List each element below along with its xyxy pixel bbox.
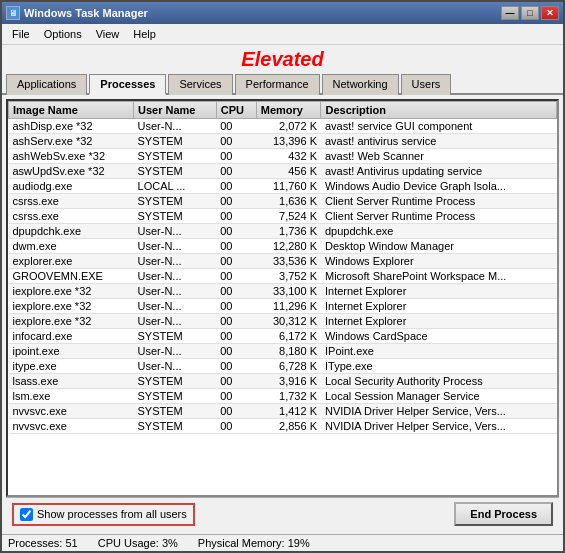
table-cell: 00 bbox=[216, 269, 256, 284]
menu-view[interactable]: View bbox=[90, 26, 126, 42]
table-cell: Windows Explorer bbox=[321, 254, 557, 269]
table-cell: ashDisp.exe *32 bbox=[9, 119, 134, 134]
tab-services[interactable]: Services bbox=[168, 74, 232, 95]
table-cell: itype.exe bbox=[9, 359, 134, 374]
table-cell: 7,524 K bbox=[256, 209, 321, 224]
maximize-button[interactable]: □ bbox=[521, 6, 539, 20]
table-cell: IType.exe bbox=[321, 359, 557, 374]
table-cell: 00 bbox=[216, 164, 256, 179]
col-description[interactable]: Description bbox=[321, 102, 557, 119]
table-row[interactable]: dpupdchk.exeUser-N...001,736 Kdpupdchk.e… bbox=[9, 224, 557, 239]
show-processes-container: Show processes from all users bbox=[12, 503, 195, 526]
table-cell: 30,312 K bbox=[256, 314, 321, 329]
table-row[interactable]: audiodg.exeLOCAL ...0011,760 KWindows Au… bbox=[9, 179, 557, 194]
table-cell: 2,856 K bbox=[256, 419, 321, 434]
table-cell: avast! Antivirus updating service bbox=[321, 164, 557, 179]
minimize-button[interactable]: — bbox=[501, 6, 519, 20]
menu-options[interactable]: Options bbox=[38, 26, 88, 42]
close-button[interactable]: ✕ bbox=[541, 6, 559, 20]
status-bar: Processes: 51 CPU Usage: 3% Physical Mem… bbox=[2, 534, 563, 551]
table-row[interactable]: nvvsvc.exeSYSTEM001,412 KNVIDIA Driver H… bbox=[9, 404, 557, 419]
table-cell: 00 bbox=[216, 374, 256, 389]
col-image-name[interactable]: Image Name bbox=[9, 102, 134, 119]
title-bar: 🖥 Windows Task Manager — □ ✕ bbox=[2, 2, 563, 24]
table-cell: 3,916 K bbox=[256, 374, 321, 389]
table-cell: SYSTEM bbox=[134, 419, 217, 434]
content-area: SevenForums.com Image Name User Name CPU… bbox=[2, 95, 563, 534]
bottom-bar: Show processes from all users End Proces… bbox=[6, 497, 559, 530]
tab-applications[interactable]: Applications bbox=[6, 74, 87, 95]
col-user-name[interactable]: User Name bbox=[134, 102, 217, 119]
table-cell: 00 bbox=[216, 119, 256, 134]
table-cell: NVIDIA Driver Helper Service, Vers... bbox=[321, 419, 557, 434]
table-cell: User-N... bbox=[134, 359, 217, 374]
table-cell: 3,752 K bbox=[256, 269, 321, 284]
table-row[interactable]: lsass.exeSYSTEM003,916 KLocal Security A… bbox=[9, 374, 557, 389]
table-row[interactable]: csrss.exeSYSTEM001,636 KClient Server Ru… bbox=[9, 194, 557, 209]
table-cell: Internet Explorer bbox=[321, 299, 557, 314]
table-row[interactable]: nvvsvc.exeSYSTEM002,856 KNVIDIA Driver H… bbox=[9, 419, 557, 434]
end-process-button[interactable]: End Process bbox=[454, 502, 553, 526]
table-cell: 00 bbox=[216, 134, 256, 149]
status-processes: Processes: 51 bbox=[8, 537, 78, 549]
table-row[interactable]: lsm.exeSYSTEM001,732 KLocal Session Mana… bbox=[9, 389, 557, 404]
table-row[interactable]: infocard.exeSYSTEM006,172 KWindows CardS… bbox=[9, 329, 557, 344]
status-cpu: CPU Usage: 3% bbox=[98, 537, 178, 549]
table-cell: LOCAL ... bbox=[134, 179, 217, 194]
table-row[interactable]: explorer.exeUser-N...0033,536 KWindows E… bbox=[9, 254, 557, 269]
table-cell: User-N... bbox=[134, 224, 217, 239]
table-row[interactable]: iexplore.exe *32User-N...0011,296 KInter… bbox=[9, 299, 557, 314]
table-cell: User-N... bbox=[134, 344, 217, 359]
table-row[interactable]: iexplore.exe *32User-N...0030,312 KInter… bbox=[9, 314, 557, 329]
table-cell: iexplore.exe *32 bbox=[9, 299, 134, 314]
table-cell: 1,412 K bbox=[256, 404, 321, 419]
table-cell: nvvsvc.exe bbox=[9, 404, 134, 419]
table-row[interactable]: csrss.exeSYSTEM007,524 KClient Server Ru… bbox=[9, 209, 557, 224]
table-cell: Internet Explorer bbox=[321, 314, 557, 329]
menu-file[interactable]: File bbox=[6, 26, 36, 42]
table-cell: 00 bbox=[216, 224, 256, 239]
table-cell: 00 bbox=[216, 404, 256, 419]
table-row[interactable]: ashDisp.exe *32User-N...002,072 Kavast! … bbox=[9, 119, 557, 134]
table-cell: User-N... bbox=[134, 284, 217, 299]
tab-users[interactable]: Users bbox=[401, 74, 452, 95]
show-processes-checkbox[interactable] bbox=[20, 508, 33, 521]
process-table-container[interactable]: Image Name User Name CPU Memory Descript… bbox=[6, 99, 559, 497]
col-memory[interactable]: Memory bbox=[256, 102, 321, 119]
table-cell: 1,736 K bbox=[256, 224, 321, 239]
table-cell: 00 bbox=[216, 344, 256, 359]
table-cell: SYSTEM bbox=[134, 329, 217, 344]
table-cell: Desktop Window Manager bbox=[321, 239, 557, 254]
table-cell: avast! service GUI component bbox=[321, 119, 557, 134]
table-cell: 432 K bbox=[256, 149, 321, 164]
table-cell: SYSTEM bbox=[134, 404, 217, 419]
menu-help[interactable]: Help bbox=[127, 26, 162, 42]
table-row[interactable]: aswUpdSv.exe *32SYSTEM00456 Kavast! Anti… bbox=[9, 164, 557, 179]
table-row[interactable]: iexplore.exe *32User-N...0033,100 KInter… bbox=[9, 284, 557, 299]
table-row[interactable]: itype.exeUser-N...006,728 KIType.exe bbox=[9, 359, 557, 374]
table-row[interactable]: ashWebSv.exe *32SYSTEM00432 Kavast! Web … bbox=[9, 149, 557, 164]
table-cell: Client Server Runtime Process bbox=[321, 209, 557, 224]
table-row[interactable]: GROOVEMN.EXEUser-N...003,752 KMicrosoft … bbox=[9, 269, 557, 284]
table-cell: lsass.exe bbox=[9, 374, 134, 389]
table-cell: SYSTEM bbox=[134, 164, 217, 179]
app-icon: 🖥 bbox=[6, 6, 20, 20]
table-cell: Microsoft SharePoint Workspace M... bbox=[321, 269, 557, 284]
table-cell: User-N... bbox=[134, 314, 217, 329]
table-cell: User-N... bbox=[134, 299, 217, 314]
table-row[interactable]: dwm.exeUser-N...0012,280 KDesktop Window… bbox=[9, 239, 557, 254]
table-cell: nvvsvc.exe bbox=[9, 419, 134, 434]
process-table: Image Name User Name CPU Memory Descript… bbox=[8, 101, 557, 434]
table-cell: avast! Web Scanner bbox=[321, 149, 557, 164]
tab-processes[interactable]: Processes bbox=[89, 74, 166, 95]
table-row[interactable]: ipoint.exeUser-N...008,180 KIPoint.exe bbox=[9, 344, 557, 359]
table-cell: infocard.exe bbox=[9, 329, 134, 344]
tab-networking[interactable]: Networking bbox=[322, 74, 399, 95]
tab-performance[interactable]: Performance bbox=[235, 74, 320, 95]
table-cell: 33,536 K bbox=[256, 254, 321, 269]
table-cell: ashServ.exe *32 bbox=[9, 134, 134, 149]
table-row[interactable]: ashServ.exe *32SYSTEM0013,396 Kavast! an… bbox=[9, 134, 557, 149]
col-cpu[interactable]: CPU bbox=[216, 102, 256, 119]
table-cell: aswUpdSv.exe *32 bbox=[9, 164, 134, 179]
table-cell: SYSTEM bbox=[134, 149, 217, 164]
